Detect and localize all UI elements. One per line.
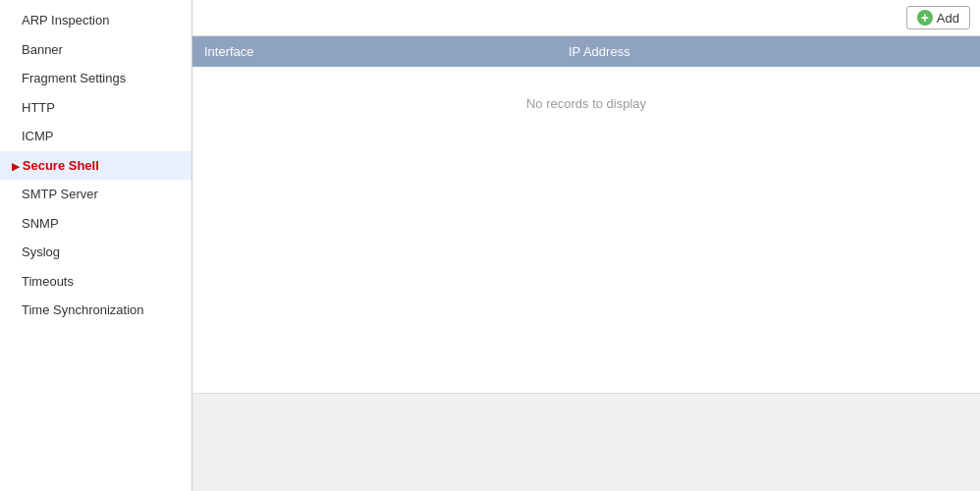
sidebar-item-banner[interactable]: Banner bbox=[0, 35, 191, 65]
add-button-label: Add bbox=[937, 11, 959, 26]
table-body: No records to display bbox=[192, 67, 980, 140]
table-header-row: Interface IP Address bbox=[192, 36, 980, 67]
data-table: Interface IP Address No records to displ… bbox=[192, 36, 980, 140]
toolbar: + Add bbox=[192, 0, 980, 36]
add-button[interactable]: + Add bbox=[906, 6, 970, 29]
sidebar-item-http[interactable]: HTTP bbox=[0, 93, 191, 123]
col-ip-address: IP Address bbox=[557, 36, 980, 67]
no-records-cell: No records to display bbox=[192, 67, 980, 140]
table-container: Interface IP Address No records to displ… bbox=[192, 36, 980, 393]
sidebar-item-fragment-settings[interactable]: Fragment Settings bbox=[0, 64, 191, 93]
sidebar-item-syslog[interactable]: Syslog bbox=[0, 238, 191, 267]
add-icon: + bbox=[917, 10, 933, 26]
sidebar-item-icmp[interactable]: ICMP bbox=[0, 122, 191, 151]
sidebar: ARP InspectionBannerFragment SettingsHTT… bbox=[0, 0, 192, 491]
no-records-row: No records to display bbox=[192, 67, 980, 140]
sidebar-item-arp-inspection[interactable]: ARP Inspection bbox=[0, 6, 191, 35]
sidebar-item-snmp[interactable]: SNMP bbox=[0, 209, 191, 239]
sidebar-item-time-synchronization[interactable]: Time Synchronization bbox=[0, 296, 191, 325]
sidebar-item-secure-shell[interactable]: Secure Shell bbox=[0, 151, 191, 181]
main-content: + Add Interface IP Address No records to… bbox=[192, 0, 980, 491]
col-interface: Interface bbox=[192, 36, 557, 67]
footer-area bbox=[192, 393, 980, 491]
sidebar-item-timeouts[interactable]: Timeouts bbox=[0, 267, 191, 297]
sidebar-item-smtp-server[interactable]: SMTP Server bbox=[0, 180, 191, 209]
